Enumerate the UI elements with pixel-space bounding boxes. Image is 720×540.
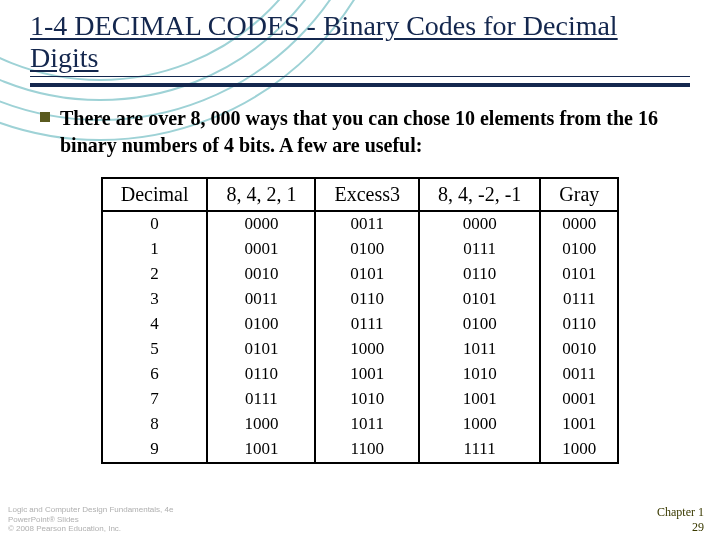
table-cell: 0100: [540, 237, 618, 262]
table-cell: 0111: [419, 237, 540, 262]
table-cell: 0000: [540, 211, 618, 237]
table-cell: 0111: [315, 312, 419, 337]
table-cell: 1000: [419, 412, 540, 437]
table-cell: 1000: [540, 437, 618, 463]
table-cell: 0100: [207, 312, 315, 337]
slide-title: 1-4 DECIMAL CODES - Binary Codes for Dec…: [30, 10, 690, 77]
col-8421: 8, 4, 2, 1: [207, 178, 315, 211]
col-84-2-1: 8, 4, -2, -1: [419, 178, 540, 211]
footer-copyright: Logic and Computer Design Fundamentals, …: [8, 505, 173, 534]
table-cell: 2: [102, 262, 208, 287]
table-cell: 0110: [540, 312, 618, 337]
table-cell: 4: [102, 312, 208, 337]
col-gray: Gray: [540, 178, 618, 211]
table-row: 00000001100000000: [102, 211, 619, 237]
table-cell: 0001: [207, 237, 315, 262]
table-cell: 8: [102, 412, 208, 437]
footer-line3: © 2008 Pearson Education, Inc.: [8, 524, 173, 534]
bullet-item: There are over 8, 000 ways that you can …: [40, 105, 680, 159]
table-row: 50101100010110010: [102, 337, 619, 362]
footer-pager: Chapter 1 29: [657, 505, 704, 534]
table-cell: 0011: [207, 287, 315, 312]
table-cell: 0101: [419, 287, 540, 312]
table-row: 81000101110001001: [102, 412, 619, 437]
table-cell: 0010: [540, 337, 618, 362]
table-cell: 1000: [207, 412, 315, 437]
table-row: 10001010001110100: [102, 237, 619, 262]
footer-line1: Logic and Computer Design Fundamentals, …: [8, 505, 173, 515]
table-cell: 3: [102, 287, 208, 312]
table-cell: 1100: [315, 437, 419, 463]
table-cell: 0000: [419, 211, 540, 237]
table-cell: 0001: [540, 387, 618, 412]
col-excess3: Excess3: [315, 178, 419, 211]
table-cell: 0111: [540, 287, 618, 312]
table-cell: 1001: [540, 412, 618, 437]
table-cell: 0010: [207, 262, 315, 287]
table-row: 91001110011111000: [102, 437, 619, 463]
table-cell: 1010: [419, 362, 540, 387]
bullet-text: There are over 8, 000 ways that you can …: [60, 105, 680, 159]
table-row: 40100011101000110: [102, 312, 619, 337]
table-cell: 1: [102, 237, 208, 262]
table-cell: 0110: [419, 262, 540, 287]
table-cell: 1001: [419, 387, 540, 412]
table-cell: 1111: [419, 437, 540, 463]
table-cell: 1001: [315, 362, 419, 387]
table-row: 60110100110100011: [102, 362, 619, 387]
table-row: 70111101010010001: [102, 387, 619, 412]
title-rule: [30, 83, 690, 87]
footer-page: 29: [657, 520, 704, 534]
table-cell: 1011: [419, 337, 540, 362]
table-cell: 0: [102, 211, 208, 237]
table-cell: 6: [102, 362, 208, 387]
table-cell: 5: [102, 337, 208, 362]
table-cell: 0110: [207, 362, 315, 387]
table-cell: 0110: [315, 287, 419, 312]
table-cell: 1000: [315, 337, 419, 362]
codes-table: Decimal 8, 4, 2, 1 Excess3 8, 4, -2, -1 …: [101, 177, 620, 463]
table-cell: 0011: [540, 362, 618, 387]
table-row: 20010010101100101: [102, 262, 619, 287]
table-cell: 0101: [207, 337, 315, 362]
footer-line2: PowerPoint® Slides: [8, 515, 173, 525]
bullet-square-icon: [40, 112, 50, 122]
table-cell: 0100: [419, 312, 540, 337]
table-cell: 1010: [315, 387, 419, 412]
table-cell: 1001: [207, 437, 315, 463]
col-decimal: Decimal: [102, 178, 208, 211]
table-cell: 0011: [315, 211, 419, 237]
table-cell: 1011: [315, 412, 419, 437]
table-cell: 0111: [207, 387, 315, 412]
table-row: 30011011001010111: [102, 287, 619, 312]
table-header-row: Decimal 8, 4, 2, 1 Excess3 8, 4, -2, -1 …: [102, 178, 619, 211]
table-cell: 0101: [540, 262, 618, 287]
table-cell: 7: [102, 387, 208, 412]
table-cell: 9: [102, 437, 208, 463]
table-cell: 0000: [207, 211, 315, 237]
table-cell: 0101: [315, 262, 419, 287]
table-cell: 0100: [315, 237, 419, 262]
footer-chapter: Chapter 1: [657, 505, 704, 519]
